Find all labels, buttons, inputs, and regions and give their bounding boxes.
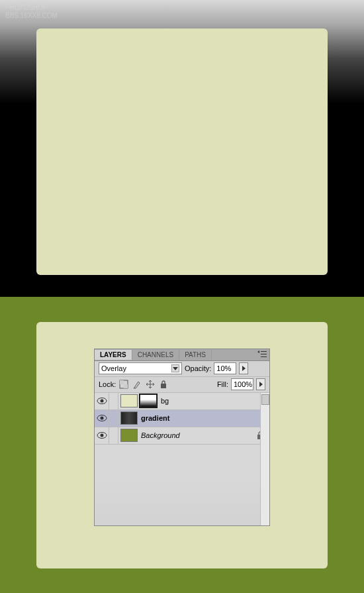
fill-label: Fill: xyxy=(217,380,228,388)
opacity-label: Opacity: xyxy=(185,364,211,372)
watermark-text: PHOTOSHOPBBS.16XX8.COM xyxy=(5,4,58,20)
top-preview-area: PHOTOSHOPBBS.16XX8.COM xyxy=(0,0,364,297)
canvas-preview-top xyxy=(36,28,328,275)
fill-input[interactable]: 100% xyxy=(231,378,253,390)
layers-panel: LAYERS CHANNELS PATHS Overlay Opacity: 1… xyxy=(94,349,270,526)
blend-mode-value: Overlay xyxy=(101,364,126,372)
tab-paths[interactable]: PATHS xyxy=(179,350,212,360)
scrollbar[interactable] xyxy=(260,393,269,525)
panel-tabs: LAYERS CHANNELS PATHS xyxy=(95,349,269,361)
lock-label: Lock: xyxy=(99,380,116,388)
layer-thumbnail[interactable] xyxy=(120,411,138,425)
layer-name-label[interactable]: bg xyxy=(159,397,269,405)
blend-mode-row: Overlay Opacity: 10% xyxy=(95,361,269,377)
svg-point-5 xyxy=(100,400,103,403)
opacity-flyout-button[interactable] xyxy=(239,362,248,374)
lock-transparency-icon[interactable] xyxy=(118,379,129,390)
lock-all-icon[interactable] xyxy=(158,379,169,390)
lock-position-icon[interactable] xyxy=(145,379,156,390)
svg-rect-3 xyxy=(161,384,166,388)
layers-list-container: bg gradient xyxy=(95,393,269,525)
visibility-toggle[interactable] xyxy=(95,392,109,409)
layer-name-label[interactable]: Background xyxy=(140,431,256,439)
bottom-preview-area: LAYERS CHANNELS PATHS Overlay Opacity: 1… xyxy=(0,297,364,593)
layers-list: bg gradient xyxy=(95,393,269,445)
layer-thumbnail[interactable] xyxy=(120,429,138,442)
layer-name-label[interactable]: gradient xyxy=(140,414,269,422)
layer-thumbnail[interactable] xyxy=(120,394,138,407)
svg-rect-2 xyxy=(124,384,128,388)
layer-row[interactable]: Background xyxy=(95,427,269,445)
link-col xyxy=(109,427,118,444)
tab-layers[interactable]: LAYERS xyxy=(95,350,132,360)
opacity-value: 10% xyxy=(216,364,231,372)
link-col xyxy=(109,409,118,427)
chevron-down-icon xyxy=(171,364,179,372)
scrollbar-thumb[interactable] xyxy=(261,394,269,405)
link-col xyxy=(109,392,118,409)
svg-point-9 xyxy=(100,434,103,437)
lock-pixels-icon[interactable] xyxy=(132,379,142,390)
layer-mask-thumbnail[interactable] xyxy=(140,394,157,407)
visibility-toggle[interactable] xyxy=(95,409,109,427)
lock-icons-group xyxy=(118,379,169,390)
svg-point-7 xyxy=(100,417,103,420)
blend-mode-select[interactable]: Overlay xyxy=(99,362,182,374)
fill-value: 100% xyxy=(234,380,252,388)
layer-row[interactable]: gradient xyxy=(95,410,269,427)
tab-channels[interactable]: CHANNELS xyxy=(132,350,179,360)
canvas-preview-bottom: LAYERS CHANNELS PATHS Overlay Opacity: 1… xyxy=(36,322,328,568)
layer-row[interactable]: bg xyxy=(95,393,269,410)
panel-menu-icon[interactable] xyxy=(257,350,267,358)
opacity-input[interactable]: 10% xyxy=(214,362,236,374)
fill-flyout-button[interactable] xyxy=(256,378,265,390)
lock-row: Lock: Fill: xyxy=(95,377,269,393)
svg-rect-1 xyxy=(120,380,124,384)
visibility-toggle[interactable] xyxy=(95,427,109,444)
